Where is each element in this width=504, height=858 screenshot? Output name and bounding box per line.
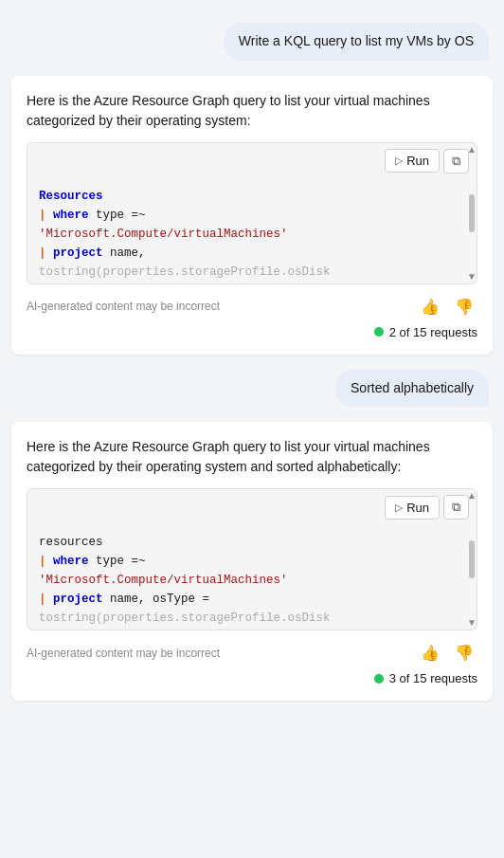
scroll-up-arrow-2[interactable]: ▲ bbox=[467, 491, 477, 501]
copy-icon-2: ⧉ bbox=[452, 500, 460, 515]
request-counter-1: 2 of 15 requests bbox=[27, 325, 477, 339]
run-button-2[interactable]: ▷ Run bbox=[385, 496, 440, 520]
code-line-2-3: | project name, osType = bbox=[39, 590, 465, 609]
code-content-2: resources | where type =~ 'Microsoft.Com… bbox=[27, 525, 477, 630]
play-icon-1: ▷ bbox=[395, 155, 403, 167]
code-line-1-3: | project name, bbox=[39, 244, 465, 263]
user-message-1: Write a KQL query to list my VMs by OS bbox=[0, 15, 504, 68]
code-line-2-0: resources bbox=[39, 533, 465, 552]
green-dot-1 bbox=[374, 327, 384, 337]
user-bubble-text-2: Sorted alphabetically bbox=[335, 370, 489, 408]
code-toolbar-2: ▷ Run ⧉ ▲ ▼ bbox=[27, 489, 477, 525]
thumbs-up-button-1[interactable]: 👍 bbox=[417, 296, 443, 318]
green-dot-2 bbox=[374, 674, 384, 684]
thumbs-down-button-2[interactable]: 👎 bbox=[451, 642, 477, 664]
copy-button-2[interactable]: ⧉ bbox=[443, 495, 469, 520]
user-message-2: Sorted alphabetically bbox=[0, 362, 504, 415]
code-line-2-1: | where type =~ bbox=[39, 552, 465, 571]
code-line-1-2: 'Microsoft.Compute/virtualMachines' bbox=[39, 225, 465, 244]
ai-disclaimer-1: AI-generated content may be incorrect bbox=[27, 300, 220, 313]
feedback-buttons-1: 👍 👎 bbox=[417, 296, 477, 318]
code-line-2-4: tostring(properties.storageProfile.osDis… bbox=[39, 609, 465, 628]
feedback-buttons-2: 👍 👎 bbox=[417, 642, 477, 664]
user-bubble-text-1: Write a KQL query to list my VMs by OS bbox=[224, 23, 489, 61]
ai-footer-2: AI-generated content may be incorrect 👍 … bbox=[27, 642, 477, 664]
code-toolbar-1: ▷ Run ⧉ ▲ ▼ bbox=[27, 143, 477, 179]
ai-intro-text-2: Here is the Azure Resource Graph query t… bbox=[27, 437, 477, 477]
code-line-1-1: | where type =~ bbox=[39, 206, 465, 225]
code-block-1: ▷ Run ⧉ ▲ ▼ Resources | where type =~ 'M… bbox=[27, 142, 477, 284]
code-content-1: Resources | where type =~ 'Microsoft.Com… bbox=[27, 179, 477, 283]
ai-footer-1: AI-generated content may be incorrect 👍 … bbox=[27, 296, 477, 318]
play-icon-2: ▷ bbox=[395, 502, 403, 514]
request-counter-2: 3 of 15 requests bbox=[27, 671, 477, 685]
code-line-1-0: Resources bbox=[39, 187, 465, 206]
run-button-1[interactable]: ▷ Run bbox=[385, 149, 440, 173]
request-text-2: 3 of 15 requests bbox=[389, 671, 477, 685]
request-text-1: 2 of 15 requests bbox=[389, 325, 477, 339]
ai-intro-text-1: Here is the Azure Resource Graph query t… bbox=[27, 91, 477, 131]
scroll-up-arrow-1[interactable]: ▲ bbox=[467, 145, 477, 155]
ai-response-card-1: Here is the Azure Resource Graph query t… bbox=[11, 76, 493, 355]
run-label-2: Run bbox=[406, 501, 429, 515]
copy-button-1[interactable]: ⧉ bbox=[443, 149, 469, 173]
thumbs-up-button-2[interactable]: 👍 bbox=[417, 642, 443, 664]
ai-response-card-2: Here is the Azure Resource Graph query t… bbox=[11, 422, 493, 701]
copy-icon-1: ⧉ bbox=[452, 154, 460, 169]
code-line-2-2: 'Microsoft.Compute/virtualMachines' bbox=[39, 571, 465, 590]
code-line-1-4: tostring(properties.storageProfile.osDis… bbox=[39, 263, 465, 282]
thumbs-down-button-1[interactable]: 👎 bbox=[451, 296, 477, 318]
ai-disclaimer-2: AI-generated content may be incorrect bbox=[27, 647, 220, 660]
code-block-2: ▷ Run ⧉ ▲ ▼ resources | where type =~ 'M… bbox=[27, 488, 477, 630]
run-label-1: Run bbox=[406, 154, 429, 168]
